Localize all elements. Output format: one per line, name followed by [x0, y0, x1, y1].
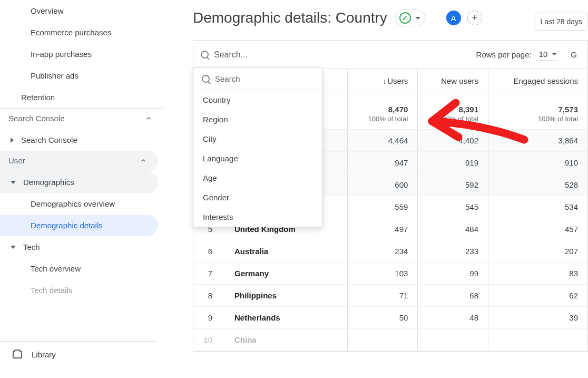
dimension-dropdown: Search Country Region City Language Age …	[193, 67, 322, 227]
table-row[interactable]: 8Philippines716862	[193, 285, 587, 307]
triangle-down-icon	[11, 181, 16, 184]
dropdown-item-language[interactable]: Language	[193, 149, 322, 168]
column-header-users[interactable]: ↓Users	[347, 69, 418, 93]
column-header-new-users[interactable]: New users	[418, 69, 488, 93]
page-title: Demographic details: Country	[193, 9, 387, 26]
check-circle-icon: ✓	[399, 12, 411, 24]
sidebar-item-label: Library	[32, 350, 56, 359]
dropdown-item-country[interactable]: Country	[193, 90, 322, 110]
go-to-label: G	[571, 50, 577, 59]
date-range-selector[interactable]: Last 28 days	[535, 13, 588, 31]
sidebar-item-label: Tech	[23, 243, 40, 251]
add-comparison-button[interactable]: +	[467, 11, 482, 25]
avatar[interactable]: A	[446, 11, 461, 25]
search-placeholder: Search...	[214, 50, 248, 60]
chevron-up-icon	[139, 157, 148, 165]
dropdown-item-city[interactable]: City	[193, 129, 322, 149]
sidebar-section-user[interactable]: User	[0, 151, 158, 171]
table-search[interactable]: Search...	[201, 50, 476, 60]
sidebar-item-retention[interactable]: Retention	[0, 86, 158, 108]
search-icon	[202, 75, 210, 83]
dropdown-item-interests[interactable]: Interests	[193, 207, 322, 227]
sidebar-item-publisher[interactable]: Publisher ads	[0, 65, 158, 86]
rows-per-page-label: Rows per page:	[476, 50, 532, 59]
caret-down-icon	[552, 53, 557, 55]
caret-down-icon	[415, 17, 420, 20]
sort-down-icon: ↓	[383, 77, 386, 85]
sidebar-item-label: Demographics	[23, 178, 74, 187]
sidebar-section-label: Search Console	[8, 114, 65, 123]
triangle-down-icon	[11, 246, 16, 249]
sidebar-item-overview[interactable]: Overview	[0, 0, 158, 22]
sidebar-item-search-console[interactable]: Search Console	[0, 129, 158, 151]
table-row[interactable]: 6Australia234233207	[193, 240, 587, 263]
table-row[interactable]: 9Netherlands504839	[193, 307, 587, 329]
sidebar-item-tech-details[interactable]: Tech details	[0, 279, 158, 301]
dropdown-search-placeholder: Search	[215, 74, 240, 83]
library-icon	[13, 351, 22, 358]
sidebar-item-label: Search Console	[21, 135, 77, 144]
table-row[interactable]: 10China	[193, 329, 587, 351]
dropdown-item-region[interactable]: Region	[193, 110, 322, 129]
dropdown-item-gender[interactable]: Gender	[193, 188, 322, 207]
rows-per-page: Rows per page: 10 G	[476, 49, 577, 61]
report-header: Demographic details: Country ✓ A + Last …	[163, 0, 588, 40]
column-header-engaged[interactable]: Engaged sessions	[488, 69, 587, 93]
table-row[interactable]: 7Germany1039983	[193, 263, 587, 285]
sidebar-item-tech[interactable]: Tech	[0, 236, 158, 258]
sidebar-item-tech-overview[interactable]: Tech overview	[0, 258, 158, 279]
rows-per-page-select[interactable]: 10	[536, 49, 557, 61]
sidebar-item-demographics[interactable]: Demographics	[0, 171, 158, 193]
main-content: Demographic details: Country ✓ A + Last …	[163, 0, 588, 378]
table-toolbar: Search... Rows per page: 10 G	[193, 41, 587, 69]
sidebar-section-label: User	[8, 156, 25, 165]
sidebar-item-library[interactable]: Library	[0, 341, 157, 367]
sidebar-item-demographic-details[interactable]: Demographic details	[0, 215, 158, 236]
dropdown-item-age[interactable]: Age	[193, 168, 322, 188]
sidebar-item-ecommerce[interactable]: Ecommerce purchases	[0, 22, 158, 43]
dropdown-search[interactable]: Search	[193, 68, 322, 90]
sidebar-item-inapp[interactable]: In-app purchases	[0, 43, 158, 65]
chevron-up-icon	[144, 114, 153, 123]
sidebar-section-search-console[interactable]: Search Console	[0, 108, 163, 129]
triangle-right-icon	[11, 138, 14, 143]
status-dropdown[interactable]: ✓	[395, 9, 425, 26]
search-icon	[201, 51, 209, 59]
sidebar-item-demographics-overview[interactable]: Demographics overview	[0, 193, 158, 215]
sidebar: Overview Ecommerce purchases In-app purc…	[0, 0, 163, 378]
